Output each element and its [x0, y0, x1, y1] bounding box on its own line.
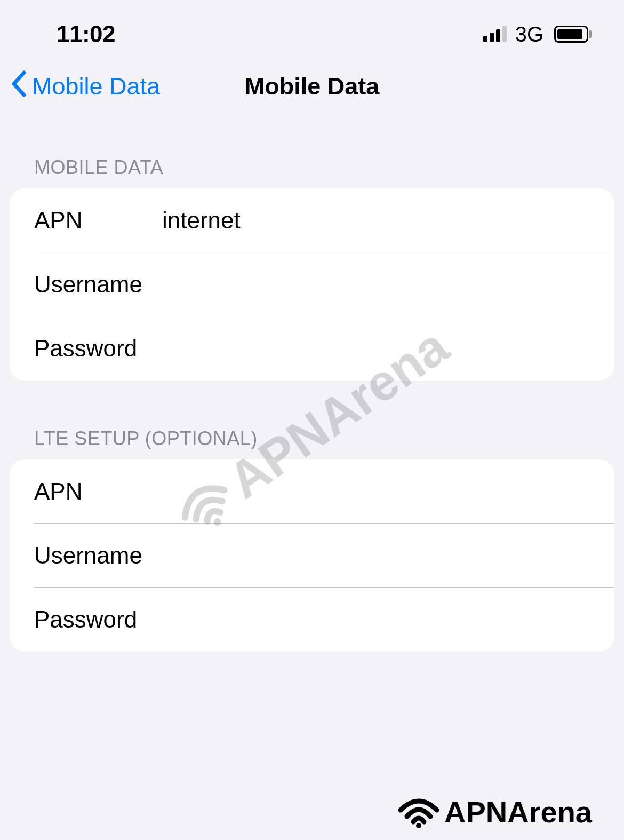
apn-input[interactable]: [162, 207, 590, 234]
footer-logo-text: APNArena: [444, 795, 592, 829]
back-label: Mobile Data: [32, 73, 160, 100]
battery-icon: [554, 26, 592, 43]
navigation-bar: Mobile Data Mobile Data: [0, 59, 624, 120]
username-input[interactable]: [162, 271, 590, 298]
chevron-left-icon: [11, 70, 27, 102]
password-input[interactable]: [162, 335, 590, 362]
row-lte-apn[interactable]: APN: [10, 459, 614, 524]
content-area: MOBILE DATA APN Username Password LTE SE…: [0, 120, 624, 652]
password-label: Password: [34, 335, 162, 362]
section-group-mobile-data: APN Username Password: [10, 188, 614, 381]
row-username[interactable]: Username: [10, 252, 614, 316]
lte-username-input[interactable]: [162, 542, 590, 569]
status-bar: 11:02 3G: [0, 0, 624, 59]
row-apn[interactable]: APN: [10, 188, 614, 252]
status-right: 3G: [483, 22, 592, 46]
row-password[interactable]: Password: [10, 316, 614, 381]
lte-password-label: Password: [34, 606, 162, 633]
signal-strength-icon: [483, 26, 507, 42]
row-lte-password[interactable]: Password: [10, 588, 614, 652]
footer-logo: APNArena: [397, 795, 592, 829]
status-time: 11:02: [57, 21, 115, 47]
wifi-icon: [397, 796, 440, 828]
section-group-lte-setup: APN Username Password: [10, 459, 614, 652]
apn-label: APN: [34, 207, 162, 234]
row-lte-username[interactable]: Username: [10, 524, 614, 588]
lte-apn-label: APN: [34, 478, 162, 505]
section-header-lte-setup: LTE SETUP (OPTIONAL): [10, 427, 614, 459]
back-button[interactable]: Mobile Data: [11, 70, 160, 102]
section-header-mobile-data: MOBILE DATA: [10, 156, 614, 188]
username-label: Username: [34, 271, 162, 298]
svg-point-1: [416, 823, 421, 828]
network-type: 3G: [515, 22, 543, 46]
lte-username-label: Username: [34, 542, 162, 569]
lte-password-input[interactable]: [162, 606, 590, 633]
lte-apn-input[interactable]: [162, 478, 590, 505]
page-title: Mobile Data: [245, 73, 380, 100]
